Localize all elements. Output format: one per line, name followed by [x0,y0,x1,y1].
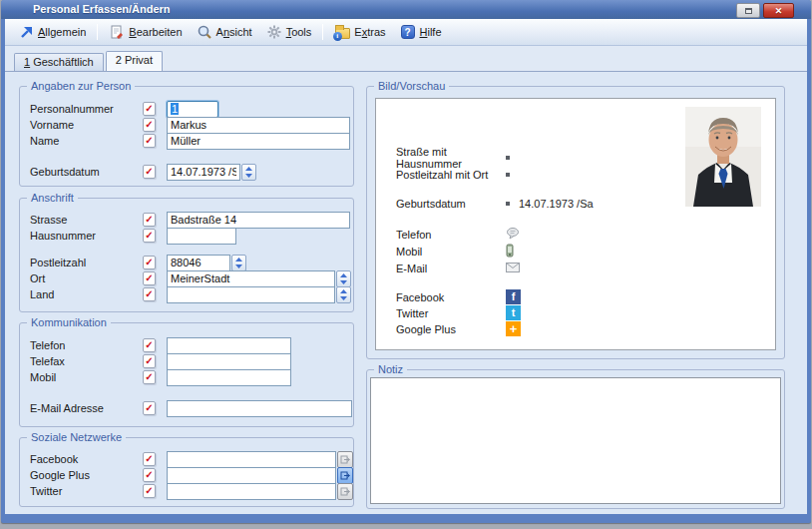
toolbar-item-label: Tools [286,26,312,38]
google-plus-input[interactable] [167,467,336,484]
field-google-plus: Google Plus ✓ [20,467,353,483]
toolbar-item-label: Allgemein [38,26,86,38]
folder-info-icon: i [334,24,350,40]
field-label: E-Mail Adresse [30,402,143,414]
spinner-button[interactable] [241,164,256,181]
twitter-input[interactable] [167,483,336,500]
mobile-phone-icon [506,244,514,260]
arrow-up-right-icon [18,24,34,40]
edit-check-icon: ✓ [143,102,156,116]
geburtsdatum-input[interactable] [167,164,240,181]
client-area: Allgemein Bearbeiten Ansicht Tools [5,19,807,514]
twitter-icon[interactable]: t [506,305,521,320]
notiz-textarea[interactable] [370,377,781,504]
toolbar-item-allgemein[interactable]: Allgemein [11,21,93,43]
envelope-icon [506,263,520,274]
spinner-button[interactable] [336,286,351,303]
edit-check-icon: ✓ [143,484,156,498]
field-label: Telefon [30,339,143,351]
facebook-input[interactable] [167,451,336,468]
field-mobil: Mobil ✓ [20,369,353,385]
titlebar[interactable]: Personal Erfassen/Ändern ✕ [1,0,811,19]
window-controls: ✕ [736,3,794,18]
preview-label: Twitter [396,307,506,319]
open-twitter-button[interactable] [337,483,353,500]
portrait-photo [685,107,761,207]
field-label: Twitter [30,485,143,497]
field-label: Postleitzahl [30,257,143,268]
facebook-icon[interactable]: f [506,289,521,304]
edit-check-icon: ✓ [143,271,156,285]
toolbar-separator [322,24,323,40]
toolbar-item-hilfe[interactable]: ? Hilfe [393,21,449,43]
toolbar-separator [97,24,98,40]
open-google-plus-button[interactable] [337,467,353,484]
field-twitter: Twitter ✓ [20,483,353,499]
field-label: Facebook [30,453,143,465]
toolbar-item-extras[interactable]: i Extras [327,21,392,43]
field-label: Ort [30,272,143,284]
field-label: Land [30,288,143,300]
field-hausnummer: Hausnummer ✓ [20,228,353,244]
mobil-input[interactable] [167,369,291,386]
field-vorname: Vorname ✓ [20,117,353,133]
preview-row-facebook: Facebook f [396,289,521,304]
desktop: Personal Erfassen/Ändern ✕ Allgemein [0,0,812,529]
preview-row-plz-ort: Postleitzahl mit Ort [396,167,519,182]
field-label: Hausnummer [30,230,143,242]
google-plus-icon[interactable]: + [506,321,521,336]
edit-check-icon: ✓ [143,134,156,148]
group-legend: Soziale Netzwerke [27,431,126,443]
group-angaben-zur-person: Angaben zur Person Personalnummer ✓ 1 Vo… [19,86,354,187]
personalnummer-input[interactable]: 1 [167,101,218,118]
hausnummer-input[interactable] [167,228,236,245]
group-legend: Angaben zur Person [27,80,135,92]
land-input[interactable] [167,286,335,303]
edit-check-icon: ✓ [143,287,156,301]
preview-row-email: E-Mail [396,261,520,275]
field-strasse: Strasse ✓ [20,212,353,228]
telefon-input[interactable] [167,337,291,354]
preview-row-geburtsdatum: Geburtsdatum 14.07.1973 /Sa [396,196,594,211]
group-legend: Kommunikation [27,316,111,328]
telefax-input[interactable] [167,353,291,370]
close-icon: ✕ [775,6,783,16]
preview-label: Google Plus [396,323,506,335]
spinner-button[interactable] [336,270,351,287]
group-legend: Anschrift [27,192,78,204]
edit-check-icon: ✓ [143,118,156,132]
preview-label: Straße mit Hausnummer [396,146,506,170]
tab-privat[interactable]: 2 Privat [106,51,163,71]
field-name: Name ✓ [20,133,353,149]
restore-button[interactable] [736,3,760,18]
preview-label: Mobil [396,246,506,258]
ort-input[interactable] [167,270,335,287]
close-button[interactable]: ✕ [763,3,794,18]
edit-check-icon: ✓ [143,229,156,243]
toolbar-item-bearbeiten[interactable]: Bearbeiten [102,21,189,43]
field-geburtsdatum: Geburtsdatum ✓ [20,164,353,180]
vorname-input[interactable] [167,117,350,134]
field-label: Google Plus [30,469,143,481]
toolbar-item-ansicht[interactable]: Ansicht [190,21,259,43]
email-input[interactable] [167,400,352,417]
edit-check-icon: ✓ [143,338,156,352]
field-ort: Ort ✓ [20,270,353,286]
strasse-input[interactable] [167,212,350,229]
speech-bubble-icon [506,227,520,242]
preview-row-google-plus: Google Plus + [396,321,521,336]
field-label: Telefax [30,355,143,367]
toolbar-item-tools[interactable]: Tools [259,21,319,43]
edit-check-icon: ✓ [143,370,156,384]
tab-geschaeftlich[interactable]: 1 Geschäftlich [14,53,104,71]
toolbar-item-label: Hilfe [420,26,442,38]
field-label: Vorname [30,119,143,131]
field-telefax: Telefax ✓ [20,353,353,369]
tab-page-privat: Angaben zur Person Personalnummer ✓ 1 Vo… [5,71,807,514]
postleitzahl-input[interactable] [167,255,230,271]
name-input[interactable] [167,133,350,150]
open-facebook-button[interactable] [337,451,353,468]
field-label: Geburtsdatum [30,166,143,178]
spinner-button[interactable] [231,255,246,271]
bullet-icon [506,156,510,160]
